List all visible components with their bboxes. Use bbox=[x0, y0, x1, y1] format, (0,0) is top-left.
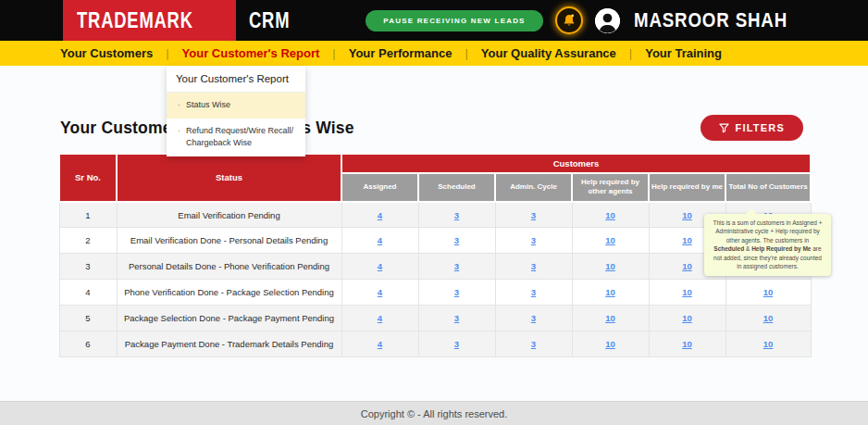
assigned-cell: 4 bbox=[341, 228, 418, 254]
dropdown-items: ·Status Wise·Refund Request/Wire Recall/… bbox=[167, 93, 305, 156]
col-header-scheduled: Scheduled bbox=[418, 173, 495, 202]
count-link[interactable]: 4 bbox=[378, 210, 382, 220]
dropdown-item[interactable]: ·Status Wise bbox=[167, 93, 305, 119]
count-link[interactable]: 10 bbox=[605, 287, 615, 297]
help-other-agents-cell: 10 bbox=[572, 306, 649, 331]
count-link[interactable]: 10 bbox=[763, 287, 774, 297]
help-other-agents-cell: 10 bbox=[572, 254, 649, 280]
count-link[interactable]: 3 bbox=[454, 313, 459, 323]
user-avatar[interactable] bbox=[595, 8, 620, 33]
assigned-cell: 4 bbox=[341, 331, 418, 357]
admin-cycle-cell: 3 bbox=[495, 306, 572, 331]
count-link[interactable]: 3 bbox=[531, 261, 536, 271]
scheduled-cell: 3 bbox=[418, 306, 495, 331]
nav-item-your-performance[interactable]: Your Performance bbox=[349, 46, 453, 60]
status-cell: Email Verification Pending bbox=[117, 202, 341, 228]
count-link[interactable]: 10 bbox=[605, 261, 615, 271]
count-link[interactable]: 3 bbox=[531, 313, 536, 323]
scheduled-cell: 3 bbox=[418, 331, 495, 357]
count-link[interactable]: 4 bbox=[378, 235, 382, 245]
bullet-icon: · bbox=[178, 125, 180, 150]
count-link[interactable]: 4 bbox=[378, 287, 382, 297]
admin-cycle-cell: 3 bbox=[495, 228, 572, 254]
count-link[interactable]: 10 bbox=[605, 210, 615, 220]
nav-item-your-customers[interactable]: Your Customers bbox=[60, 46, 153, 60]
scheduled-cell: 3 bbox=[418, 202, 495, 228]
help-other-agents-cell: 10 bbox=[572, 228, 649, 254]
col-header-assigned: Assigned bbox=[341, 173, 418, 202]
table-row: 4 Phone Verification Done - Package Sele… bbox=[59, 280, 811, 306]
help-by-me-cell: 10 bbox=[649, 306, 725, 331]
count-link[interactable]: 10 bbox=[605, 313, 615, 323]
nav-item-your-quality-assurance[interactable]: Your Quality Assurance bbox=[481, 46, 616, 60]
assigned-cell: 4 bbox=[341, 280, 418, 306]
col-group-customers: Customers bbox=[341, 154, 811, 173]
filters-button[interactable]: FILTERS bbox=[701, 115, 803, 141]
total-customers-cell: 10 bbox=[725, 306, 811, 331]
count-link[interactable]: 10 bbox=[763, 313, 774, 323]
count-link[interactable]: 10 bbox=[682, 210, 692, 220]
table-row: 1 Email Verification Pending 4 3 3 10 10… bbox=[59, 202, 811, 228]
count-link[interactable]: 10 bbox=[682, 313, 692, 323]
count-link[interactable]: 10 bbox=[605, 339, 615, 349]
count-link[interactable]: 3 bbox=[531, 235, 536, 245]
col-header-help-other-agents: Help required by other agents bbox=[572, 173, 649, 202]
assigned-cell: 4 bbox=[341, 202, 418, 228]
filter-funnel-icon bbox=[719, 123, 729, 133]
dropdown-title: Your Customer's Report bbox=[167, 66, 305, 93]
brand-logo: TRADEMARK bbox=[63, 0, 236, 41]
col-header-help-by-me: Help required by me bbox=[649, 173, 725, 202]
count-link[interactable]: 4 bbox=[378, 339, 382, 349]
sr-no-cell: 2 bbox=[59, 228, 117, 254]
bell-glyph bbox=[562, 13, 577, 28]
pause-leads-button[interactable]: PAUSE RECEIVING NEW LEADS bbox=[366, 10, 542, 31]
nav-item-your-customer-s-report[interactable]: Your Customer's Report bbox=[182, 46, 320, 60]
notification-bell-icon[interactable] bbox=[555, 6, 583, 34]
count-link[interactable]: 10 bbox=[605, 235, 615, 245]
dropdown-item-label: Status Wise bbox=[186, 99, 230, 112]
col-header-total-customers: Total No of Customers bbox=[725, 173, 811, 202]
count-link[interactable]: 10 bbox=[682, 261, 692, 271]
nav-divider: | bbox=[629, 46, 632, 60]
count-link[interactable]: 10 bbox=[682, 235, 692, 245]
nav-divider: | bbox=[332, 46, 335, 60]
table-row: 3 Personal Details Done - Phone Verifica… bbox=[59, 254, 811, 280]
tooltip-text: This is a sum of customers in Assigned +… bbox=[713, 219, 823, 269]
count-link[interactable]: 10 bbox=[763, 339, 774, 349]
status-cell: Package Selection Done - Package Payment… bbox=[117, 306, 341, 331]
person-icon bbox=[595, 8, 620, 33]
status-cell: Email Verification Done - Personal Detai… bbox=[117, 228, 341, 254]
sr-no-cell: 3 bbox=[59, 254, 117, 280]
nav-item-your-training[interactable]: Your Training bbox=[645, 46, 722, 60]
count-link[interactable]: 3 bbox=[454, 261, 459, 271]
sr-no-cell: 6 bbox=[59, 331, 117, 357]
nav-divider: | bbox=[465, 46, 467, 60]
nav-menu: Your Customers|Your Customer's Report|Yo… bbox=[0, 41, 868, 66]
count-link[interactable]: 10 bbox=[682, 287, 692, 297]
count-link[interactable]: 3 bbox=[531, 210, 536, 220]
count-link[interactable]: 3 bbox=[454, 287, 459, 297]
status-table: Sr No. Status Customers Assigned Schedul… bbox=[58, 153, 812, 357]
count-link[interactable]: 3 bbox=[531, 287, 536, 297]
count-link[interactable]: 4 bbox=[378, 313, 382, 323]
user-name: MASROOR SHAH bbox=[634, 8, 787, 32]
sr-no-cell: 1 bbox=[59, 202, 117, 228]
footer-text: Copyright © - All rights reserved. bbox=[361, 408, 508, 419]
header-right: PAUSE RECEIVING NEW LEADS MASROOR SHAH bbox=[366, 6, 814, 34]
bullet-icon: · bbox=[178, 99, 180, 112]
total-customers-tooltip: This is a sum of customers in Assigned +… bbox=[704, 214, 831, 276]
dropdown-item[interactable]: ·Refund Request/Wire Recall/ Chargeback … bbox=[167, 119, 305, 156]
count-link[interactable]: 3 bbox=[454, 210, 459, 220]
filters-button-label: FILTERS bbox=[736, 122, 785, 133]
count-link[interactable]: 4 bbox=[378, 261, 382, 271]
count-link[interactable]: 3 bbox=[454, 339, 459, 349]
table-row: 5 Package Selection Done - Package Payme… bbox=[59, 306, 811, 331]
logo-primary: TRADEMARK bbox=[77, 8, 193, 33]
assigned-cell: 4 bbox=[341, 306, 418, 331]
help-by-me-cell: 10 bbox=[649, 331, 725, 357]
admin-cycle-cell: 3 bbox=[495, 280, 572, 306]
count-link[interactable]: 3 bbox=[531, 339, 536, 349]
admin-cycle-cell: 3 bbox=[495, 202, 572, 228]
count-link[interactable]: 10 bbox=[682, 339, 692, 349]
count-link[interactable]: 3 bbox=[454, 235, 459, 245]
